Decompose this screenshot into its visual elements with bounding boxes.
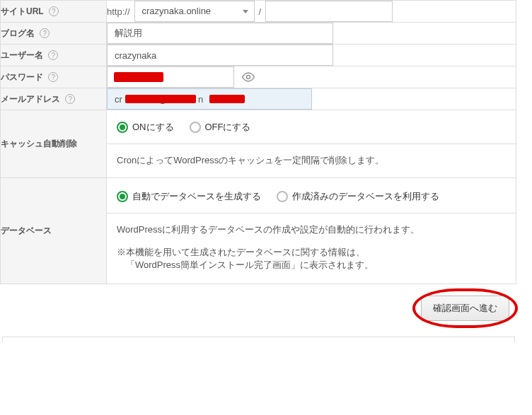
settings-form-table: サイトURL ? http:// crazynaka.online / ブログ名…	[0, 0, 516, 284]
radio-unselected-icon	[190, 122, 201, 133]
radio-selected-icon	[117, 191, 128, 202]
row-value-site-url: http:// crazynaka.online /	[107, 1, 516, 23]
radio-selected-icon	[117, 122, 128, 133]
row-value-password	[107, 66, 516, 88]
radio-label: ONにする	[132, 121, 174, 134]
row-label-blog-name: ブログ名 ?	[1, 23, 107, 45]
username-input[interactable]	[107, 45, 333, 66]
radio-label: 作成済みのデータベースを利用する	[292, 190, 439, 203]
db-hint-sub2: 「WordPress簡単インストール完了画面」に表示されます。	[117, 259, 506, 271]
help-icon[interactable]: ?	[48, 50, 58, 60]
redaction-mark	[209, 95, 245, 103]
label-text: メールアドレス	[1, 94, 60, 104]
row-label-email: メールアドレス ?	[1, 88, 107, 110]
help-icon[interactable]: ?	[49, 6, 59, 16]
db-hint-main: WordPressに利用するデータベースの作成や設定が自動的に行われます。	[117, 223, 506, 236]
cache-on-option[interactable]: ONにする	[117, 121, 174, 134]
row-value-email	[107, 88, 516, 110]
url-path-input[interactable]	[265, 1, 393, 22]
radio-label: OFFにする	[205, 121, 251, 134]
row-value-cache: ONにする OFFにする CronによってWordPressのキャッシュを一定間…	[107, 110, 516, 178]
cache-off-option[interactable]: OFFにする	[190, 121, 251, 134]
row-label-cache: キャッシュ自動削除	[1, 110, 107, 178]
row-value-database: 自動でデータベースを生成する 作成済みのデータベースを利用する WordPres…	[107, 178, 516, 284]
help-icon[interactable]: ?	[65, 94, 75, 104]
db-hint-sub1: ※本機能を用いて生成されたデータベースに関する情報は、	[117, 246, 506, 259]
confirm-button[interactable]: 確認画面へ進む	[421, 296, 509, 321]
row-label-username: ユーザー名 ?	[1, 45, 107, 66]
label-text: ブログ名	[1, 28, 35, 38]
domain-select-value: crazynaka.online	[142, 6, 212, 16]
help-icon[interactable]: ?	[48, 72, 58, 82]
label-text: サイトURL	[1, 6, 43, 16]
row-label-site-url: サイトURL ?	[1, 1, 107, 23]
db-auto-option[interactable]: 自動でデータベースを生成する	[117, 190, 261, 203]
cache-hint: CronによってWordPressのキャッシュを一定間隔で削除します。	[107, 144, 516, 177]
redaction-mark	[114, 72, 163, 82]
highlight-annotation: 確認画面へ進む	[421, 296, 509, 321]
radio-label: 自動でデータベースを生成する	[132, 190, 261, 203]
label-text: キャッシュ自動削除	[1, 139, 77, 148]
row-label-database: データベース	[1, 178, 107, 284]
protocol-text: http://	[107, 6, 130, 17]
blog-name-input[interactable]	[107, 23, 333, 44]
row-value-username	[107, 45, 516, 66]
url-slash: /	[259, 6, 262, 17]
radio-unselected-icon	[277, 191, 288, 202]
domain-select[interactable]: crazynaka.online	[134, 1, 255, 22]
row-value-blog-name	[107, 23, 516, 45]
submit-row: 確認画面へ進む	[0, 284, 516, 337]
label-text: ユーザー名	[1, 50, 43, 60]
next-panel-edge	[2, 337, 515, 342]
reveal-password-icon[interactable]	[241, 70, 255, 84]
label-text: パスワード	[1, 72, 43, 82]
redaction-mark	[125, 95, 196, 103]
help-icon[interactable]: ?	[40, 28, 50, 38]
row-label-password: パスワード ?	[1, 66, 107, 88]
label-text: データベース	[1, 226, 52, 235]
svg-point-0	[247, 76, 250, 79]
db-existing-option[interactable]: 作成済みのデータベースを利用する	[277, 190, 439, 203]
